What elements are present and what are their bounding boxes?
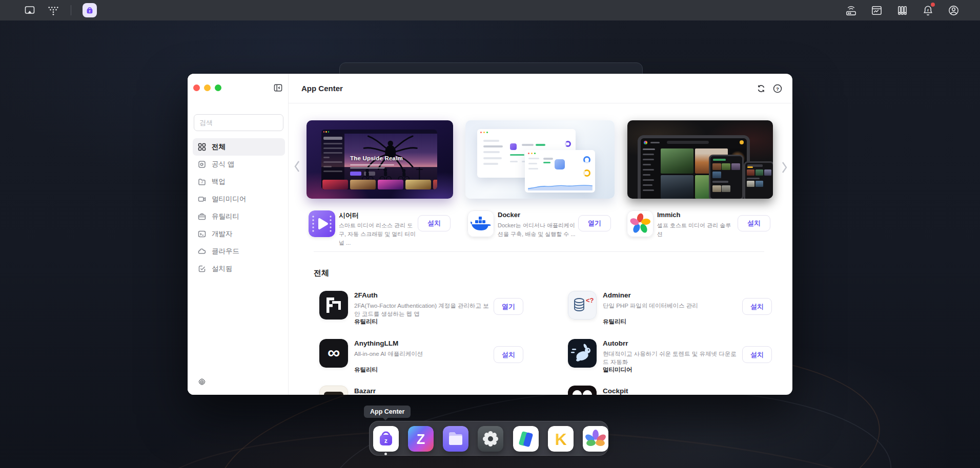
app-description: 현대적이고 사용하기 쉬운 토렌트 및 유제넷 다운로드 자동화 (603, 350, 738, 366)
app-row-anythingllm: ∞ AnythingLLM All-in-one AI 애플리케이션 유틸리티 … (319, 339, 555, 387)
open-button[interactable]: 열기 (578, 215, 611, 231)
maximize-button[interactable] (215, 84, 221, 91)
sidebar-item-cloud[interactable]: 클라우드 (193, 243, 285, 260)
sidebar-item-label: 개발자 (212, 229, 233, 239)
sidebar-item-label: 설치됨 (212, 264, 233, 273)
installed-icon (198, 265, 207, 273)
sidebar-item-installed[interactable]: 설치됨 (193, 260, 285, 278)
app-row-bazarr: Bazarr (319, 386, 555, 395)
app-name: Bazarr (354, 387, 376, 395)
featured-app-theater: 시어터 스마트 미디어 리소스 관리 도구, 자동 스크래핑 및 멀티 터미널 … (309, 210, 462, 241)
app-name: Autobrr (603, 339, 628, 347)
sidebar-item-all[interactable]: 전체 (193, 138, 285, 156)
dock-files-icon[interactable] (443, 426, 468, 452)
app-center-window: 전체 공식 앱 ↺ 백업 멀티미디어 유틸리티 (188, 74, 792, 395)
terminal-icon (198, 230, 207, 239)
sidebar-item-developer[interactable]: 개발자 (193, 225, 285, 243)
bazarr-app-icon[interactable] (319, 386, 348, 395)
briefcase-icon (198, 212, 207, 221)
app-name: AnythingLLM (354, 339, 398, 347)
topbar-divider (71, 5, 71, 15)
sidebar-item-label: 백업 (212, 177, 226, 186)
cockpit-app-icon[interactable] (568, 386, 597, 395)
video-icon (198, 195, 207, 204)
system-monitor-icon[interactable] (870, 4, 883, 16)
sidebar-item-label: 전체 (212, 142, 226, 152)
sidebar-item-label: 클라우드 (212, 247, 239, 256)
featured-banner-docker[interactable] (465, 120, 615, 199)
sidebar-nav: 전체 공식 앱 ↺ 백업 멀티미디어 유틸리티 (193, 138, 285, 278)
autobrr-app-icon[interactable] (568, 339, 597, 368)
poster-thumbnails (321, 180, 437, 189)
immich-phone-preview (709, 155, 744, 199)
svg-text:<?: <? (586, 296, 594, 304)
sidebar-item-multimedia[interactable]: 멀티미디어 (193, 190, 285, 208)
collapse-sidebar-icon[interactable] (273, 83, 283, 95)
active-app-indicator (384, 453, 387, 455)
docker-app-icon[interactable] (467, 210, 494, 237)
app-name: Immich (657, 211, 681, 219)
app-name: Adminer (603, 291, 631, 299)
close-button[interactable] (193, 84, 200, 91)
adminer-app-icon[interactable]: <? (568, 291, 597, 320)
app-name: 시어터 (339, 211, 359, 220)
app-row-autobrr: Autobrr 현대적이고 사용하기 쉬운 토렌트 및 유제넷 다운로드 자동화… (568, 339, 792, 387)
screen-mirror-icon[interactable] (24, 4, 36, 16)
svg-text:K: K (555, 430, 566, 449)
folder-icon: ↺ (198, 178, 207, 186)
install-button[interactable]: 설치 (738, 215, 770, 231)
anythingllm-app-icon[interactable]: ∞ (319, 339, 348, 368)
router-icon[interactable] (845, 4, 857, 16)
dock-k-app-icon[interactable]: K (548, 426, 574, 452)
install-button[interactable]: 설치 (494, 346, 523, 363)
dock-tooltip: App Center (364, 406, 411, 418)
carousel-next-icon[interactable] (780, 161, 788, 176)
settings-gear-icon[interactable] (197, 377, 207, 389)
minimize-button[interactable] (204, 84, 211, 91)
2fauth-app-icon[interactable] (319, 291, 348, 320)
account-icon[interactable] (947, 4, 959, 16)
svg-text:z: z (384, 437, 387, 444)
sidebar-search-input[interactable] (194, 114, 283, 131)
featured-app-immich: Immich 셀프 호스트 미디어 관리 솔루션 설치 (627, 210, 781, 241)
dock-zima-icon[interactable]: Z (408, 426, 434, 452)
app-description: All-in-one AI 애플리케이션 (354, 350, 489, 358)
launcher-icon[interactable] (47, 4, 59, 16)
sidebar-item-utility[interactable]: 유틸리티 (193, 208, 285, 225)
immich-phone-preview-2 (744, 161, 773, 199)
install-button[interactable]: 설치 (742, 298, 772, 315)
notifications-bell-icon[interactable]: z (922, 4, 934, 16)
app-description: 2FA(Two-Factor Authentication) 계정을 관리하고 … (354, 302, 489, 318)
carousel-prev-icon[interactable] (293, 160, 301, 175)
notification-badge (931, 3, 935, 7)
refresh-icon[interactable] (756, 83, 766, 96)
page-title: App Center (301, 84, 343, 93)
sidebar-item-label: 공식 앱 (212, 160, 234, 169)
dock-app-center-icon[interactable]: z (373, 426, 399, 452)
sidebar-item-backup[interactable]: ↺ 백업 (193, 173, 285, 190)
featured-banner-immich[interactable] (627, 120, 773, 199)
app-category: 유틸리티 (603, 318, 626, 326)
sidebar-item-official-apps[interactable]: 공식 앱 (193, 156, 285, 173)
taskbar-app-center-icon[interactable]: z (83, 3, 97, 17)
app-row-2fauth: 2FAuth 2FA(Two-Factor Authentication) 계정… (319, 291, 555, 339)
app-name: Cockpit (603, 387, 628, 395)
app-category: 유틸리티 (354, 318, 378, 326)
svg-text:z: z (927, 8, 929, 11)
immich-app-icon[interactable] (627, 210, 654, 237)
storage-columns-icon[interactable] (896, 4, 908, 16)
system-topbar: z (0, 0, 980, 20)
dock-gallery-icon[interactable] (583, 426, 608, 452)
theater-app-icon[interactable] (309, 210, 335, 237)
cloud-icon (198, 247, 207, 256)
app-description: 스마트 미디어 리소스 관리 도구, 자동 스크래핑 및 멀티 터미널 ... (339, 221, 417, 247)
dock-settings-icon[interactable] (478, 426, 503, 452)
install-button[interactable]: 설치 (742, 346, 772, 363)
install-button[interactable]: 설치 (418, 215, 451, 231)
theater-app-preview: The Upside Realm (321, 130, 437, 189)
open-button[interactable]: 열기 (494, 298, 523, 315)
dock-docs-icon[interactable] (513, 426, 539, 452)
help-icon[interactable]: ? (772, 83, 783, 96)
section-title: 전체 (314, 268, 329, 278)
featured-banner-theater[interactable]: The Upside Realm (307, 120, 453, 199)
